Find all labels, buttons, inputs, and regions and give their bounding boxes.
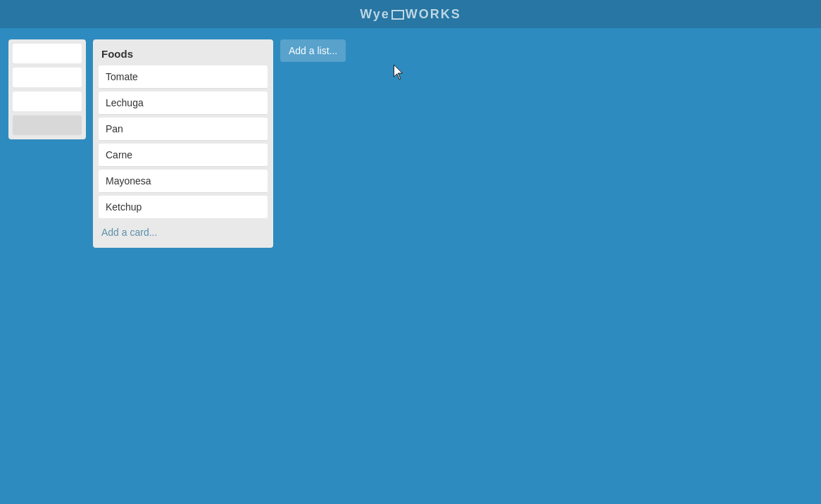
card-tomate[interactable]: Tomate [99, 65, 268, 89]
logo-box-icon [391, 10, 404, 20]
partial-card-3 [13, 92, 82, 111]
partial-card-1 [13, 44, 82, 63]
top-bar: WyeWORKS [0, 0, 821, 28]
logo: WyeWORKS [360, 7, 461, 22]
partial-card-2 [13, 68, 82, 87]
cards-container: Tomate Lechuga Pan Carne Mayonesa Ketchu… [99, 65, 268, 218]
add-list-button[interactable]: Add a list... [280, 39, 346, 62]
card-mayonesa[interactable]: Mayonesa [99, 170, 268, 193]
card-ketchup[interactable]: Ketchup [99, 196, 268, 218]
add-card-button[interactable]: Add a card... [99, 222, 268, 242]
foods-list-title: Foods [99, 45, 268, 65]
foods-list: Foods Tomate Lechuga Pan Carne Mayonesa … [93, 39, 273, 248]
card-lechuga[interactable]: Lechuga [99, 92, 268, 115]
card-pan[interactable]: Pan [99, 118, 268, 141]
partial-card-4 [13, 115, 82, 135]
card-carne[interactable]: Carne [99, 144, 268, 167]
partial-list-left [8, 39, 86, 139]
board-area: Foods Tomate Lechuga Pan Carne Mayonesa … [0, 28, 821, 504]
